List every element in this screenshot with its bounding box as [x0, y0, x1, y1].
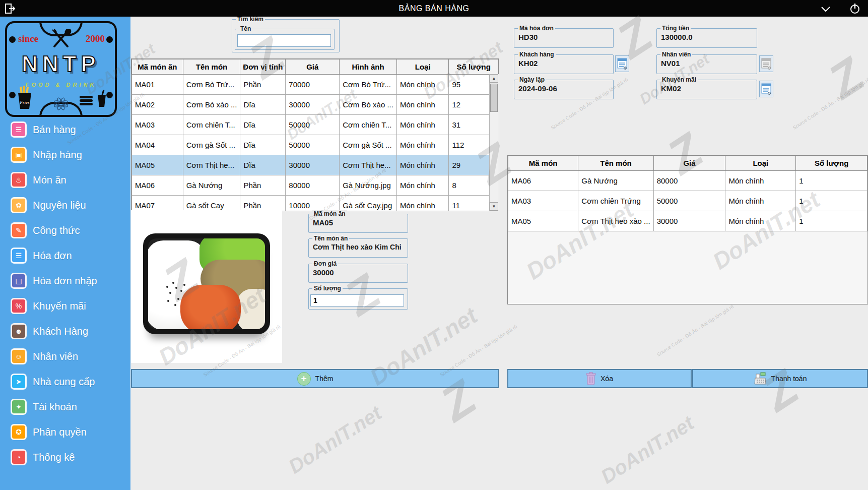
quantity-input[interactable]: [310, 294, 404, 307]
table-cell: Món chính: [396, 196, 449, 212]
sidebar-item-label: Nguyên liệu: [33, 200, 86, 211]
sidebar-item-label: Món ăn: [33, 174, 66, 186]
power-icon[interactable]: [849, 3, 861, 15]
table-cell: Dĩa: [240, 155, 286, 175]
table-cell: Cơm chiên T...: [340, 115, 397, 135]
table-cell: Phần: [240, 196, 286, 212]
sidebar-item-nhan-vien[interactable]: ☺Nhân viên: [0, 344, 130, 369]
column-header[interactable]: Loại: [396, 59, 449, 75]
column-header[interactable]: Hình ảnh: [340, 59, 397, 75]
invoice-icon: ☰: [11, 248, 27, 264]
table-row[interactable]: MA07Gà sốt CayPhần10000Gà sốt Cay.jpgMón…: [132, 196, 499, 212]
customer-lookup-button[interactable]: [615, 55, 629, 72]
scrollbar-thumb[interactable]: [490, 84, 498, 112]
delete-button[interactable]: Xóa: [507, 369, 692, 388]
sidebar-item-khuyen-mai[interactable]: %Khuyến mãi: [0, 293, 130, 319]
sidebar-item-cong-thuc[interactable]: ✎Công thức: [0, 218, 130, 243]
detail-price-group: Đơn giá 30000: [308, 264, 408, 283]
truck-icon: ➤: [11, 374, 27, 390]
column-header[interactable]: Số lượng: [449, 59, 499, 75]
invoice-id-group: Mã hóa đơn HD30: [514, 28, 614, 48]
table-row[interactable]: MA04Cơm gà Sốt ...Dĩa50000Cơm gà Sốt ...…: [132, 135, 499, 155]
column-header[interactable]: Mã món ăn: [132, 59, 183, 75]
detail-qty-label: Số lượng: [312, 285, 343, 292]
table-cell: MA07: [132, 196, 183, 212]
logo-name-text: NNTP: [7, 51, 115, 77]
promo-value: KM02: [661, 84, 681, 93]
fork-spoon-icon: [49, 29, 73, 49]
sidebar-item-label: Nhà cung cấp: [33, 376, 95, 388]
table-cell: Cơm Bò Trứ...: [183, 75, 240, 95]
meat-portion: [180, 285, 241, 329]
sidebar-item-nha-cung-cap[interactable]: ➤Nhà cung cấp: [0, 369, 130, 394]
table-cell: Món chính: [396, 115, 449, 135]
watermark-tag: Source Code - Đồ Án - Bài tập lớn giá rẻ: [656, 303, 735, 357]
table-row[interactable]: MA03Cơm chiên T...Dĩa50000Cơm chiên T...…: [132, 115, 499, 135]
scroll-up-icon[interactable]: ▲: [490, 74, 498, 83]
delete-button-label: Xóa: [600, 375, 613, 383]
window-title: BẢNG BÁN HÀNG: [0, 4, 868, 13]
sidebar-item-mon-an[interactable]: ♨Món ăn: [0, 167, 130, 193]
dish-image: [131, 210, 282, 363]
sidebar-item-ban-hang[interactable]: ☰Bán hàng: [0, 117, 130, 142]
basket-icon: ☰: [11, 121, 27, 138]
sidebar-item-tai-khoan[interactable]: ✦Tài khoản: [0, 394, 130, 419]
sidebar-item-hoa-đon[interactable]: ☰Hóa đơn: [0, 243, 130, 268]
column-header[interactable]: Giá: [653, 156, 725, 171]
table-cell: Món chính: [725, 171, 796, 191]
watermark-z: Z: [819, 47, 868, 109]
sidebar-item-label: Thống kê: [33, 452, 75, 463]
table-row[interactable]: MA01Cơm Bò Trứ...Phần70000Cơm Bò Trứ...M…: [132, 75, 499, 95]
table-cell: Gà Nướng: [183, 175, 240, 196]
sidebar-item-thong-ke[interactable]: ◔Thống kê: [0, 445, 130, 470]
column-header[interactable]: Đơn vị tính: [240, 59, 286, 75]
table-cell: 30000: [653, 211, 725, 231]
detail-name-value: Cơm Thịt heo xào Kim Chi: [313, 243, 402, 251]
sidebar-item-hoa-đon-nhap[interactable]: ▤Hóa đơn nhập: [0, 268, 130, 293]
chevron-down-icon[interactable]: [820, 3, 832, 15]
column-header[interactable]: Tên món: [578, 156, 653, 171]
pay-button[interactable]: Thanh toán: [692, 369, 868, 388]
column-header[interactable]: Loại: [725, 156, 796, 171]
column-header[interactable]: Tên món: [183, 59, 240, 75]
detail-name-label: Tên món ăn: [312, 235, 349, 242]
discount-icon: %: [11, 298, 27, 314]
flower-sketch-icon: [45, 94, 77, 114]
detail-id-group: Mã món ăn MA05: [308, 214, 408, 233]
customer-group: Khách hàng KH02: [514, 54, 614, 74]
table-cell: Dĩa: [240, 95, 286, 115]
sidebar-item-phan-quyen[interactable]: ✪Phân quyền: [0, 419, 130, 445]
table-row[interactable]: MA02Cơm Bò xào ...Dĩa30000Cơm Bò xào ...…: [132, 95, 499, 115]
menu-table-scrollbar[interactable]: ▲ ▼: [489, 74, 499, 211]
table-cell: Dĩa: [240, 115, 286, 135]
column-header[interactable]: Giá: [286, 59, 340, 75]
table-row[interactable]: MA06Gà Nướng80000Món chính1: [508, 171, 867, 191]
sidebar-item-khach-hang[interactable]: ☻Khách Hàng: [0, 319, 130, 344]
table-row[interactable]: MA05Cơm Thịt heo xào ...30000Món chính1: [508, 211, 867, 231]
detail-id-label: Mã món ăn: [312, 210, 347, 217]
search-input[interactable]: [237, 34, 331, 47]
table-cell: Cơm chiên Trứng: [578, 191, 653, 211]
employee-value: NV01: [661, 59, 680, 68]
table-row[interactable]: MA03Cơm chiên Trứng50000Món chính1: [508, 191, 867, 211]
add-button[interactable]: + Thêm: [131, 369, 499, 388]
sidebar-item-nhap-hang[interactable]: ▣Nhập hàng: [0, 142, 130, 167]
column-header[interactable]: Số lượng: [796, 156, 867, 171]
promo-lookup-button[interactable]: [759, 81, 773, 97]
table-row[interactable]: MA05Cơm Thịt he...Dĩa30000Cơm Thịt he...…: [132, 155, 499, 175]
table-cell: Cơm gà Sốt ...: [183, 135, 240, 155]
invoice-id-value: HD30: [518, 33, 538, 41]
table-cell: Cơm Thịt he...: [340, 155, 397, 175]
table-row[interactable]: MA06Gà NướngPhần80000Gà Nướng.jpgMón chí…: [132, 175, 499, 196]
cash-register-icon: [754, 372, 767, 385]
sidebar-item-label: Tài khoản: [33, 401, 77, 413]
column-header[interactable]: Mã món: [508, 156, 578, 171]
table-cell: Món chính: [725, 191, 796, 211]
employee-lookup-button[interactable]: [759, 55, 773, 72]
table-cell: Cơm Bò xào ...: [183, 95, 240, 115]
table-cell: Gà Nướng: [578, 171, 653, 191]
employee-label: Nhân viên: [660, 51, 692, 58]
title-bar: BẢNG BÁN HÀNG: [0, 0, 868, 17]
sidebar-item-nguyen-lieu[interactable]: ✿Nguyên liệu: [0, 193, 130, 218]
scroll-down-icon[interactable]: ▼: [490, 202, 498, 211]
